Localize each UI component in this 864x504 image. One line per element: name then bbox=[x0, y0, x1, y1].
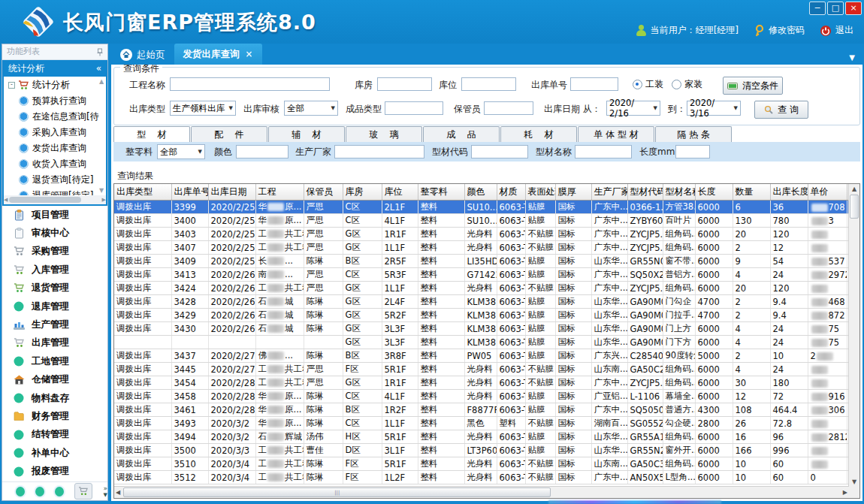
grid-header-cell[interactable]: 生产厂家 bbox=[591, 184, 627, 201]
grid-cell[interactable]: 2020/2/28 bbox=[208, 376, 255, 390]
grid-cell[interactable]: 6000 bbox=[695, 214, 733, 228]
grid-cell[interactable]: 1L1F bbox=[382, 282, 418, 295]
grid-cell[interactable]: 调拨出库 bbox=[114, 390, 171, 403]
grid-cell[interactable]: 30 bbox=[733, 376, 770, 390]
grid-header-cell[interactable]: 库房 bbox=[343, 184, 382, 201]
grid-cell[interactable]: 调拨出库 bbox=[114, 322, 171, 336]
grid-cell[interactable]: 60 bbox=[770, 457, 808, 471]
grid-cell[interactable]: 陈琳 bbox=[304, 390, 343, 403]
grid-cell[interactable]: 6063-T5 bbox=[497, 295, 525, 309]
grid-cell[interactable]: 26 bbox=[733, 417, 770, 430]
profile-code-input[interactable] bbox=[471, 145, 528, 158]
grid-cell[interactable]: 2812 bbox=[808, 430, 847, 444]
material-tab[interactable]: 配 件 bbox=[191, 126, 267, 142]
grid-cell[interactable]: 4 bbox=[733, 322, 770, 336]
grid-cell[interactable]: 2L1F bbox=[382, 201, 418, 214]
keeper-input[interactable] bbox=[484, 101, 533, 115]
grid-cell[interactable]: 严思 bbox=[304, 282, 343, 295]
grid-cell[interactable]: 4L1F bbox=[382, 214, 418, 228]
grid-cell[interactable]: 468 bbox=[808, 295, 847, 309]
grid-cell[interactable]: 6063-T5 bbox=[497, 228, 525, 241]
grid-cell[interactable]: 90度转角 bbox=[663, 349, 695, 363]
tree-item[interactable]: 发货出库查询 bbox=[4, 140, 106, 156]
grid-cell[interactable]: 72 bbox=[770, 390, 808, 403]
grid-cell[interactable]: 华原... bbox=[255, 214, 304, 228]
length-input[interactable] bbox=[675, 145, 710, 158]
grid-cell[interactable]: 贴膜 bbox=[525, 201, 555, 214]
grid-cell[interactable]: ZYCJP5... bbox=[627, 376, 663, 390]
grid-cell[interactable]: GR55N26 bbox=[627, 444, 663, 457]
grid-cell[interactable]: 20 bbox=[733, 282, 770, 295]
grid-cell[interactable]: 9.4 bbox=[770, 295, 808, 309]
grid-cell[interactable]: 工共工程 bbox=[255, 282, 304, 295]
grid-cell[interactable]: GA90M07.. bbox=[627, 309, 663, 322]
grid-cell[interactable]: D区 bbox=[343, 444, 382, 457]
grid-cell[interactable]: 整料 bbox=[418, 322, 464, 336]
grid-cell[interactable]: 陈琳 bbox=[304, 471, 343, 484]
grid-cell[interactable]: 3500 bbox=[171, 444, 208, 457]
grid-cell[interactable]: 光身料 bbox=[464, 430, 497, 444]
grid-cell[interactable]: 调拨出库 bbox=[114, 309, 171, 322]
grid-cell[interactable]: 12 bbox=[770, 241, 808, 255]
grid-cell[interactable]: 国标 bbox=[555, 457, 591, 471]
table-row[interactable]: 调拨出库34582020/2/28华原...陈琳C区4L1F整料光身料6063-… bbox=[114, 390, 849, 403]
grid-cell[interactable]: 3L3F bbox=[382, 322, 418, 336]
grid-cell[interactable]: SQ5050T20 bbox=[627, 403, 663, 417]
date-to-select[interactable]: 2020/ 3/16 ▼ bbox=[687, 101, 741, 116]
grid-header-cell[interactable]: 出库类型 bbox=[114, 184, 171, 201]
grid-cell[interactable]: 6000 bbox=[695, 363, 733, 376]
table-row[interactable]: 调拨出库34242020/2/26工共工程严思G区1L1F整料光身料6063-T… bbox=[114, 282, 849, 295]
grid-cell[interactable]: KLM3817 bbox=[464, 322, 497, 336]
grid-cell[interactable]: 2020/3/2 bbox=[208, 417, 255, 430]
tab-home[interactable]: 起始页 bbox=[111, 45, 174, 65]
grid-cell[interactable]: G区 bbox=[343, 336, 382, 349]
grid-cell[interactable]: 2020/2/26 bbox=[208, 309, 255, 322]
grid-cell[interactable]: 6063-T5 bbox=[497, 376, 525, 390]
grid-cell[interactable]: 广东中... bbox=[591, 403, 627, 417]
grid-cell[interactable]: 2020/2/25 bbox=[208, 241, 255, 255]
grid-cell[interactable]: 3494 bbox=[171, 430, 208, 444]
grid-cell[interactable]: 组角码... bbox=[663, 457, 695, 471]
grid-cell[interactable]: LT3P60 bbox=[464, 444, 497, 457]
grid-cell[interactable]: 24 bbox=[770, 322, 808, 336]
grid-cell[interactable]: 3445 bbox=[171, 363, 208, 376]
grid-cell[interactable]: 54 bbox=[770, 255, 808, 268]
grid-cell[interactable]: 光身料 bbox=[464, 363, 497, 376]
grid-cell[interactable] bbox=[255, 336, 304, 349]
grid-cell[interactable]: 石辉城 bbox=[255, 430, 304, 444]
grid-cell[interactable]: 光身料 bbox=[464, 228, 497, 241]
grid-cell[interactable]: 780 bbox=[770, 214, 808, 228]
grid-cell[interactable] bbox=[114, 336, 171, 349]
grid-cell[interactable]: 6063-T5 bbox=[497, 201, 525, 214]
grid-cell[interactable]: 华原... bbox=[255, 403, 304, 417]
grid-cell[interactable]: 6000 bbox=[695, 255, 733, 268]
grid-cell[interactable]: 陈琳 bbox=[304, 255, 343, 268]
grid-cell[interactable]: 国标 bbox=[555, 363, 591, 376]
grid-cell[interactable]: 3424 bbox=[171, 282, 208, 295]
sidebar-menu-item[interactable]: 物料盘存 bbox=[2, 389, 107, 407]
grid-cell[interactable]: 窗外开... bbox=[663, 444, 695, 457]
grid-cell[interactable]: 严思 bbox=[304, 268, 343, 282]
grid-cell[interactable]: 872 bbox=[808, 309, 847, 322]
scroll-down-icon[interactable]: ▼ bbox=[849, 477, 859, 487]
grid-header-cell[interactable]: 膜厚 bbox=[555, 184, 591, 201]
table-row[interactable]: 调拨出库34612020/2/28华原...陈琳B区1R2F整料F8877FT6… bbox=[114, 403, 849, 417]
grid-header-cell[interactable]: 出库单号 bbox=[171, 184, 208, 201]
grid-cell[interactable]: 黑色 bbox=[464, 417, 497, 430]
grid-cell[interactable]: 120 bbox=[770, 282, 808, 295]
material-tab[interactable]: 单 体 型 材 bbox=[578, 126, 654, 142]
sidebar-menu-item[interactable]: 退货管理 bbox=[2, 279, 107, 297]
grid-cell[interactable]: 广东中... bbox=[591, 268, 627, 282]
grid-cell[interactable]: 整料 bbox=[418, 295, 464, 309]
grid-cell[interactable]: GA50C27 bbox=[627, 363, 663, 376]
grid-cell[interactable]: 普通方... bbox=[663, 403, 695, 417]
radio-jiazhuang[interactable]: 家装 bbox=[672, 78, 702, 91]
table-row[interactable]: 调拨出库34132020/2/26南...严思C区5R3F整料G71422606… bbox=[114, 268, 849, 282]
grid-cell[interactable]: C区 bbox=[343, 417, 382, 430]
grid-cell[interactable]: 整料 bbox=[418, 214, 464, 228]
sidebar-menu-item[interactable]: 结转管理 bbox=[2, 426, 107, 444]
grid-cell[interactable]: 6000 bbox=[695, 376, 733, 390]
grid-cell[interactable]: 20 bbox=[733, 228, 770, 241]
grid-cell[interactable]: 96 bbox=[770, 430, 808, 444]
grid-cell[interactable]: 2020/2/28 bbox=[208, 390, 255, 403]
